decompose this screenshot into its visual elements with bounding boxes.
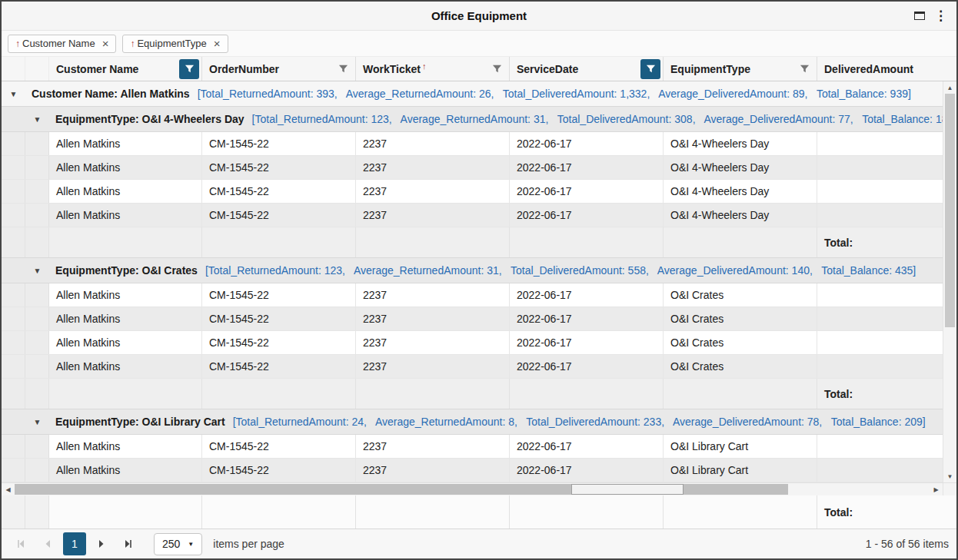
collapse-group-icon[interactable]: ▼ <box>34 115 42 124</box>
titlebar: Office Equipment ⋮ <box>2 2 956 31</box>
table-row[interactable]: Allen Matkins CM-1545-22 2237 2022-06-17… <box>2 283 943 307</box>
filter-button-customer-name[interactable] <box>179 59 199 79</box>
cell-equipment-type: O&I 4-Wheelers Day <box>664 132 817 155</box>
collapse-group-icon[interactable]: ▼ <box>10 90 18 98</box>
group-label: Customer Name: Allen Matkins <box>32 88 190 100</box>
empty-cell <box>356 227 510 257</box>
vertical-scroll-track[interactable] <box>943 94 956 470</box>
group-chip-equipment-type[interactable]: ↑ EquipmentType × <box>122 35 228 53</box>
column-header-customer-name[interactable]: Customer Name <box>49 57 202 81</box>
collapse-group-icon[interactable]: ▼ <box>34 267 42 275</box>
filter-button-service-date[interactable] <box>640 59 660 79</box>
grid-header-row: Customer Name OrderNumber WorkTicket ↑ S… <box>2 57 956 81</box>
cell-service-date: 2022-06-17 <box>510 180 664 203</box>
horizontal-scroll-inner-segment[interactable] <box>571 484 684 495</box>
cell-work-ticket: 2237 <box>356 435 510 458</box>
table-row[interactable]: Allen Matkins CM-1545-22 2237 2022-06-17… <box>2 459 943 482</box>
next-page-button[interactable] <box>89 532 114 555</box>
last-page-button[interactable] <box>115 532 140 555</box>
cell-order-number: CM-1545-22 <box>202 180 356 203</box>
group-footer-row: Total: <box>2 379 943 409</box>
kebab-menu-icon[interactable]: ⋮ <box>934 9 947 22</box>
table-row[interactable]: Allen Matkins CM-1545-22 2237 2022-06-17… <box>2 180 943 204</box>
table-row[interactable]: Allen Matkins CM-1545-22 2237 2022-06-17… <box>2 307 943 331</box>
cell-order-number: CM-1545-22 <box>202 204 356 227</box>
group-indent-cell <box>2 132 25 155</box>
empty-cell <box>510 495 664 529</box>
vertical-scroll-thumb[interactable] <box>945 94 955 327</box>
horizontal-scroll-thumb[interactable] <box>15 484 788 495</box>
group-indent-cell <box>2 180 25 203</box>
cell-order-number: CM-1545-22 <box>202 132 356 155</box>
group-panel: ↑ Customer Name × ↑ EquipmentType × <box>2 31 956 57</box>
first-page-button[interactable] <box>9 532 34 555</box>
chip-label: EquipmentType <box>137 38 206 49</box>
table-row[interactable]: Allen Matkins CM-1545-22 2237 2022-06-17… <box>2 331 943 355</box>
filter-button-work-ticket[interactable] <box>487 59 507 79</box>
cell-customer-name: Allen Matkins <box>49 283 202 307</box>
horizontal-scroll-track[interactable] <box>15 483 930 495</box>
group-indent-cell <box>2 107 25 131</box>
empty-cell <box>356 495 510 529</box>
group-indent-cell <box>25 283 49 307</box>
last-page-icon <box>121 538 134 550</box>
group-indent-cell <box>25 204 49 227</box>
column-header-work-ticket[interactable]: WorkTicket ↑ <box>356 57 510 81</box>
sort-asc-icon: ↑ <box>130 38 135 49</box>
grid-rows: ▼ Customer Name: Allen Matkins [Total_Re… <box>2 81 943 482</box>
group-indent-cell <box>2 409 25 434</box>
horizontal-scrollbar[interactable]: ◀ ▶ <box>2 482 956 495</box>
group-indent-cell <box>2 258 25 283</box>
group-chip-customer-name[interactable]: ↑ Customer Name × <box>8 35 116 53</box>
cell-customer-name: Allen Matkins <box>49 180 202 203</box>
cell-equipment-type: O&I 4-Wheelers Day <box>664 156 817 179</box>
group-content: EquipmentType: O&I 4-Wheelers Day [Total… <box>49 107 943 131</box>
cell-equipment-type: O&I Crates <box>664 331 817 354</box>
current-page-button[interactable]: 1 <box>63 532 86 555</box>
cell-service-date: 2022-06-17 <box>510 283 664 307</box>
table-row[interactable]: Allen Matkins CM-1545-22 2237 2022-06-17… <box>2 204 943 227</box>
group-total-label: Total: <box>817 227 943 257</box>
first-page-icon <box>15 538 28 550</box>
group-indent-cell <box>2 331 25 354</box>
empty-cell <box>510 379 664 409</box>
filter-button-order-number[interactable] <box>333 59 353 79</box>
scroll-up-icon[interactable]: ▲ <box>943 81 956 94</box>
previous-page-button[interactable] <box>35 532 60 555</box>
group-indent-cell <box>25 331 49 354</box>
table-row[interactable]: Allen Matkins CM-1545-22 2237 2022-06-17… <box>2 435 943 459</box>
scroll-left-icon[interactable]: ◀ <box>2 483 15 495</box>
cell-service-date: 2022-06-17 <box>510 132 664 155</box>
group-indent-cell <box>2 156 25 179</box>
filter-button-equipment-type[interactable] <box>794 59 814 79</box>
table-row[interactable]: Allen Matkins CM-1545-22 2237 2022-06-17… <box>2 132 943 156</box>
group-indent-cell <box>25 459 49 482</box>
cell-customer-name: Allen Matkins <box>49 132 202 155</box>
column-header-delivered-amount[interactable]: DeliveredAmount <box>817 57 956 81</box>
vertical-scrollbar[interactable]: ▲ ▼ <box>943 81 956 482</box>
table-row[interactable]: Allen Matkins CM-1545-22 2237 2022-06-17… <box>2 156 943 180</box>
chip-label: Customer Name <box>22 38 95 49</box>
table-row[interactable]: Allen Matkins CM-1545-22 2237 2022-06-17… <box>2 355 943 379</box>
cell-service-date: 2022-06-17 <box>510 307 664 330</box>
collapse-group-icon[interactable]: ▼ <box>34 418 42 426</box>
pager-info: 1 - 56 of 56 items <box>866 538 949 550</box>
group-indent-cell <box>25 156 49 179</box>
items-per-page-label: items per page <box>213 538 284 550</box>
group-indent-cell <box>25 355 49 378</box>
column-header-service-date[interactable]: ServiceDate <box>510 57 664 81</box>
scroll-down-icon[interactable]: ▼ <box>943 470 956 482</box>
page-size-value: 250 <box>162 538 180 550</box>
window-icon[interactable] <box>914 12 925 20</box>
column-title: ServiceDate <box>517 63 578 75</box>
column-header-equipment-type[interactable]: EquipmentType <box>664 57 817 81</box>
column-header-order-number[interactable]: OrderNumber <box>202 57 356 81</box>
cell-delivered-amount <box>817 180 943 203</box>
chip-close-icon[interactable]: × <box>102 38 109 49</box>
cell-order-number: CM-1545-22 <box>202 355 356 378</box>
page-size-dropdown[interactable]: 250 ▼ <box>154 533 202 555</box>
group-label: EquipmentType: O&I Crates <box>55 264 198 277</box>
cell-order-number: CM-1545-22 <box>202 435 356 458</box>
chip-close-icon[interactable]: × <box>214 38 221 49</box>
scroll-right-icon[interactable]: ▶ <box>930 483 943 495</box>
